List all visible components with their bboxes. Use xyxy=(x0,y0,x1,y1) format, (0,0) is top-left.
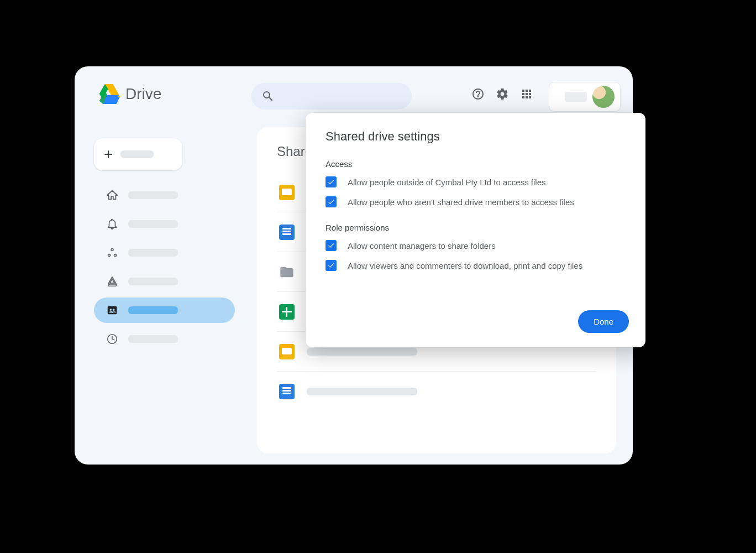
app-name: Drive xyxy=(125,85,161,103)
avatar xyxy=(592,86,615,108)
slides-icon xyxy=(279,344,295,359)
checkbox[interactable] xyxy=(326,196,337,207)
recent-icon xyxy=(106,333,118,345)
sidebar-item-shared-drives[interactable] xyxy=(94,298,235,323)
section-title: Access xyxy=(326,159,626,169)
folder-icon xyxy=(279,264,295,280)
svg-point-10 xyxy=(113,309,115,311)
docs-icon xyxy=(279,225,295,240)
slides-icon xyxy=(279,185,295,200)
docs-icon xyxy=(279,384,295,399)
home-icon xyxy=(106,189,118,201)
option-label: Allow people who aren't shared drive mem… xyxy=(348,197,574,207)
option-label: Allow content managers to share folders xyxy=(348,241,496,251)
bell-icon xyxy=(106,218,118,230)
apps-grid-icon[interactable] xyxy=(520,87,533,101)
sidebar xyxy=(94,182,235,352)
option-label: Allow people outside of Cymbal Pty Ltd t… xyxy=(348,178,546,187)
section-title: Role permissions xyxy=(326,223,626,232)
option-row: Allow content managers to share folders xyxy=(326,240,626,251)
new-button[interactable]: + xyxy=(94,138,182,170)
option-row: Allow people outside of Cymbal Pty Ltd t… xyxy=(326,176,626,187)
new-label-placeholder xyxy=(120,150,154,158)
shared-drive-settings-dialog: Shared drive settings Access Allow peopl… xyxy=(306,113,645,347)
option-label: Allow viewers and commenters to download… xyxy=(348,261,582,270)
section-role-permissions: Role permissions Allow content managers … xyxy=(326,223,626,271)
shared-drives-icon xyxy=(106,304,118,316)
checkbox[interactable] xyxy=(326,260,337,271)
checkbox[interactable] xyxy=(326,176,337,187)
sheets-icon xyxy=(279,304,295,320)
sidebar-item-mydrive[interactable] xyxy=(94,269,235,294)
my-drive-icon xyxy=(106,275,118,288)
help-icon[interactable] xyxy=(471,87,485,101)
option-row: Allow viewers and commenters to download… xyxy=(326,260,626,271)
sidebar-item-activity[interactable] xyxy=(94,211,235,237)
gear-icon[interactable] xyxy=(496,87,509,101)
plus-icon: + xyxy=(104,147,113,162)
done-button[interactable]: Done xyxy=(578,310,629,333)
section-access: Access Allow people outside of Cymbal Pt… xyxy=(326,159,626,207)
list-item[interactable] xyxy=(277,372,596,411)
sidebar-item-recent[interactable] xyxy=(94,326,235,352)
svg-point-4 xyxy=(111,248,113,251)
header: Drive xyxy=(75,66,633,116)
svg-point-5 xyxy=(108,254,110,257)
svg-point-9 xyxy=(109,309,112,311)
option-row: Allow people who aren't shared drive mem… xyxy=(326,196,626,207)
account-switcher[interactable] xyxy=(549,82,621,112)
search-icon xyxy=(261,90,275,103)
svg-rect-8 xyxy=(108,306,117,315)
account-label-placeholder xyxy=(565,92,587,102)
svg-point-6 xyxy=(114,254,116,257)
sidebar-item-workspaces[interactable] xyxy=(94,240,235,265)
svg-rect-7 xyxy=(108,284,117,286)
checkbox[interactable] xyxy=(326,240,337,251)
sidebar-item-home[interactable] xyxy=(94,182,235,208)
search-input[interactable] xyxy=(251,83,412,109)
header-actions xyxy=(471,87,533,101)
workspaces-icon xyxy=(106,247,118,259)
drive-logo[interactable]: Drive xyxy=(98,83,161,105)
drive-triangle-icon xyxy=(98,83,120,105)
dialog-title: Shared drive settings xyxy=(326,129,626,144)
